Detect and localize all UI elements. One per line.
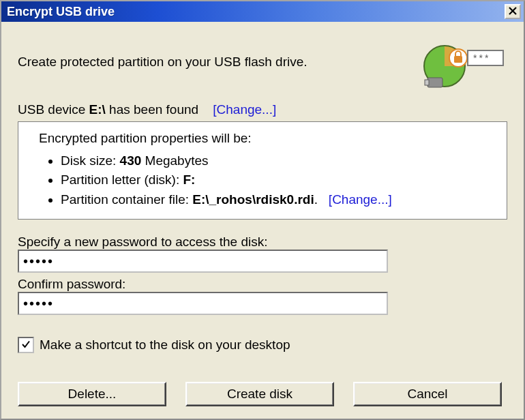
properties-heading: Encrypted partition properties will be: xyxy=(39,129,494,149)
check-icon xyxy=(21,338,31,352)
shortcut-checkbox-row: Make a shortcut to the disk on your desk… xyxy=(18,337,507,353)
window-title: Encrypt USB drive xyxy=(7,5,505,19)
prop-container-file: Partition container file: E:\_rohos\rdis… xyxy=(61,190,494,210)
delete-button[interactable]: Delete... xyxy=(18,382,166,406)
confirm-password-input[interactable] xyxy=(18,292,388,315)
encryption-illustration-icon: *** xyxy=(419,35,507,90)
device-letter: E:\ xyxy=(89,102,106,117)
svg-rect-7 xyxy=(425,80,429,85)
svg-text:***: *** xyxy=(473,52,490,63)
titlebar: Encrypt USB drive xyxy=(1,1,524,22)
password-input[interactable] xyxy=(18,250,388,273)
prop-disk-size: Disk size: 430 Megabytes xyxy=(61,151,494,171)
dialog-window: Encrypt USB drive *** xyxy=(0,0,525,420)
svg-rect-3 xyxy=(454,56,462,63)
confirm-password-label: Confirm password: xyxy=(18,277,507,292)
create-disk-button[interactable]: Create disk xyxy=(185,382,334,406)
device-label: USB device xyxy=(18,102,89,117)
svg-rect-6 xyxy=(427,78,442,87)
partition-properties-box: Encrypted partition properties will be: … xyxy=(18,121,507,220)
dialog-body: *** Create protected partition on your U… xyxy=(1,22,524,419)
change-device-link[interactable]: Change... xyxy=(217,102,273,117)
shortcut-checkbox[interactable] xyxy=(18,337,34,353)
prop-partition-letter: Partition letter (disk): F: xyxy=(61,170,494,190)
cancel-button[interactable]: Cancel xyxy=(353,382,502,406)
device-found-line: USB device E:\ has been found [Change...… xyxy=(18,102,507,117)
close-icon xyxy=(509,5,517,18)
close-button[interactable] xyxy=(505,4,521,19)
button-row: Delete... Create disk Cancel xyxy=(18,382,507,406)
shortcut-checkbox-label: Make a shortcut to the disk on your desk… xyxy=(40,338,290,352)
device-found-text: has been found xyxy=(106,102,198,117)
change-container-link[interactable]: Change... xyxy=(332,192,388,207)
password-label: Specify a new password to access the dis… xyxy=(18,235,507,250)
